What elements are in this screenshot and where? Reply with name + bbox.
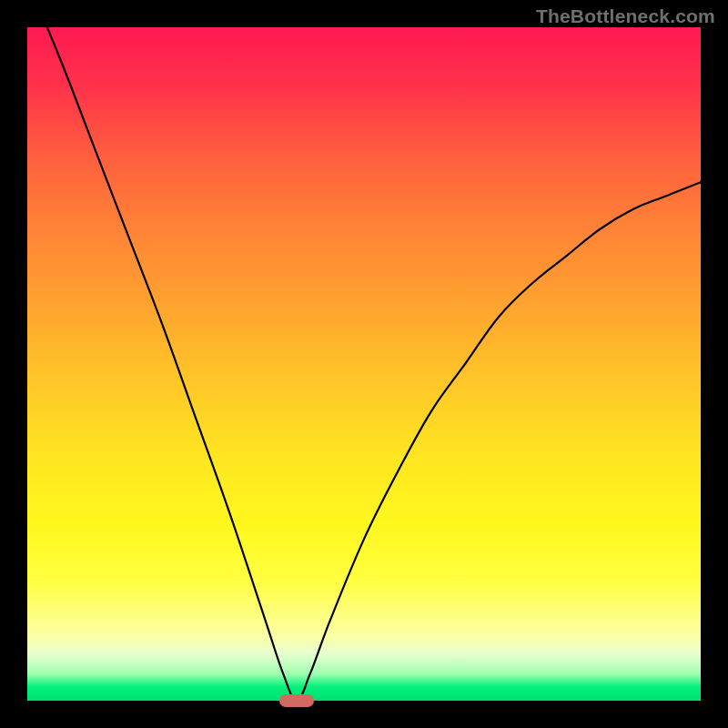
chart-container: TheBottleneck.com [0,0,728,728]
plot-area [27,27,701,701]
watermark-text: TheBottleneck.com [536,5,715,27]
bottleneck-curve [27,27,701,701]
minimum-marker [279,694,314,707]
